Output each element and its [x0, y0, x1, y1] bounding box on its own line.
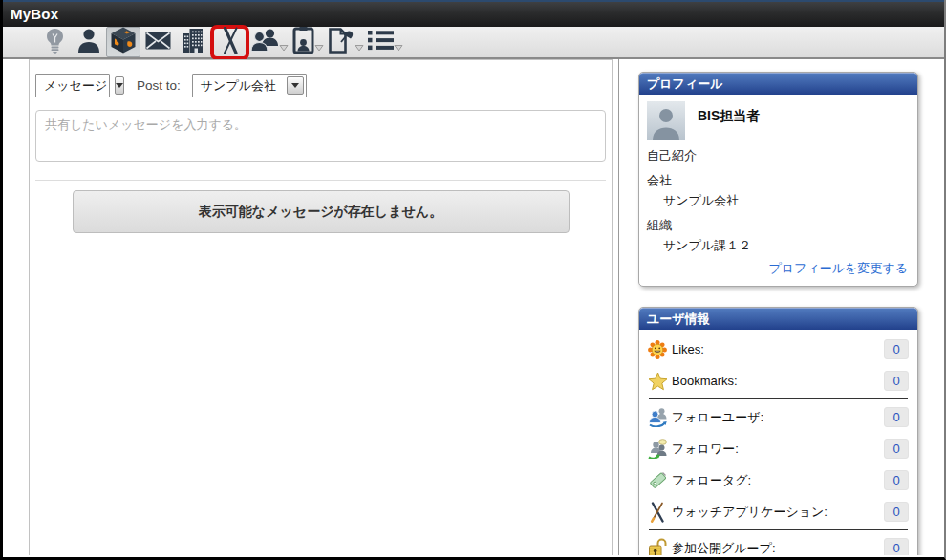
cube-icon [109, 26, 138, 58]
profile-org-label: 組織 [647, 217, 910, 234]
bookmarks-count-badge[interactable]: 0 [884, 371, 909, 391]
chevron-down-icon [314, 44, 324, 52]
edit-profile-link[interactable]: プロフィールを変更する [769, 261, 908, 275]
post-target-select[interactable]: サンプル会社 [192, 74, 307, 97]
composer-controls: メッセージ Post to: サンプル会社 [35, 74, 612, 97]
main-column: メッセージ Post to: サンプル会社 表示可能なメッセージが存在しません。 [3, 59, 618, 555]
follow-users-count-badge[interactable]: 0 [884, 407, 909, 427]
toolbar-button-applications[interactable] [210, 25, 249, 60]
list-icon [368, 30, 394, 54]
tools-icon [218, 27, 243, 58]
document-pin-icon [328, 27, 355, 58]
list-item-label: フォロータグ: [672, 472, 884, 489]
chevron-down-icon [279, 44, 289, 52]
followers-count-badge[interactable]: 0 [884, 439, 909, 459]
list-item-label: 参加公開グループ: [672, 540, 884, 556]
empty-message-text: 表示可能なメッセージが存在しません。 [199, 204, 442, 221]
user-info-panel-body: Likes: 0 Bookmarks: 0 [639, 330, 917, 555]
toolbar-button-contacts[interactable] [292, 27, 328, 58]
followers-icon [648, 439, 672, 459]
likes-count-badge[interactable]: 0 [884, 339, 909, 359]
list-item-label: Bookmarks: [672, 374, 884, 388]
user-info-panel-header: ユーザ情報 [639, 308, 917, 330]
chevron-down-icon [291, 83, 299, 88]
toolbar-button-messages[interactable] [140, 27, 175, 57]
clipboard-person-icon [292, 27, 314, 58]
combo-dropdown-button[interactable] [115, 76, 124, 95]
person-icon [77, 28, 100, 56]
public-groups-count-badge[interactable]: 0 [884, 538, 909, 555]
message-type-value: メッセージ [36, 77, 115, 95]
list-item-follow-users: フォローユーザ: 0 [648, 401, 909, 433]
toolbar-button-ideas[interactable] [37, 27, 72, 57]
divider [649, 529, 908, 530]
chevron-down-icon [116, 83, 123, 88]
follow-tags-count-badge[interactable]: 0 [884, 470, 909, 490]
list-item-label: フォロワー: [672, 441, 884, 458]
envelope-icon [145, 32, 171, 54]
watch-apps-icon [648, 502, 672, 523]
profile-panel-header: プロフィール [639, 73, 917, 95]
list-item-label: フォローユーザ: [672, 409, 884, 426]
avatar [647, 101, 685, 140]
lightbulb-icon [45, 28, 65, 57]
list-item-public-groups: 参加公開グループ: 0 [648, 532, 909, 555]
follow-users-icon [648, 407, 672, 427]
list-item-label: Likes: [672, 342, 884, 356]
list-item-watch-applications: ウォッチアプリケーション: 0 [648, 496, 909, 528]
bookmarks-icon [648, 372, 672, 391]
list-item-followers: フォロワー: 0 [648, 433, 909, 464]
follow-tags-icon [648, 470, 672, 490]
people-icon [250, 28, 279, 56]
list-item-likes: Likes: 0 [648, 334, 909, 365]
profile-panel-body: BIS担当者 自己紹介 会社 サンプル会社 組織 サンプル課１２ プロフィールを… [639, 95, 917, 286]
profile-company-label: 会社 [647, 172, 910, 189]
list-item-bookmarks: Bookmarks: 0 [648, 365, 909, 397]
person-silhouette-icon [647, 101, 685, 140]
list-item-follow-tags: フォロータグ: 0 [648, 464, 909, 496]
app-window: MyBox [0, 0, 946, 560]
post-target-value: サンプル会社 [193, 77, 284, 95]
profile-org-value: サンプル課１２ [663, 237, 910, 254]
titlebar: MyBox [3, 0, 944, 27]
chevron-down-icon [355, 44, 364, 52]
open-lock-icon [648, 538, 672, 556]
combo-dropdown-button[interactable] [287, 76, 304, 95]
list-item-label: ウォッチアプリケーション: [672, 504, 884, 521]
profile-company-value: サンプル会社 [663, 192, 910, 209]
profile-panel: プロフィール BIS担当者 自己紹介 会社 サンプル会社 [638, 72, 918, 287]
toolbar-button-lists[interactable] [368, 30, 407, 54]
content-area: メッセージ Post to: サンプル会社 表示可能なメッセージが存在しません。 [3, 59, 944, 555]
profile-name: BIS担当者 [698, 108, 760, 140]
composer-divider [35, 180, 606, 181]
message-input[interactable] [35, 110, 606, 162]
building-icon [182, 28, 204, 56]
toolbar-button-users[interactable] [250, 28, 292, 56]
message-board-panel: メッセージ Post to: サンプル会社 表示可能なメッセージが存在しません。 [29, 59, 613, 555]
toolbar [3, 27, 944, 59]
toolbar-button-profile[interactable] [72, 27, 106, 57]
post-to-label: Post to: [137, 78, 181, 93]
divider [649, 398, 908, 399]
user-info-panel: ユーザ情報 [638, 307, 918, 555]
toolbar-button-mybox[interactable] [106, 27, 140, 57]
message-type-select[interactable]: メッセージ [35, 74, 110, 97]
empty-message-notice: 表示可能なメッセージが存在しません。 [73, 190, 570, 233]
toolbar-button-notes[interactable] [328, 27, 368, 58]
app-title: MyBox [11, 6, 58, 22]
likes-icon [648, 340, 672, 359]
toolbar-button-company[interactable] [175, 27, 209, 57]
sidebar: プロフィール BIS担当者 自己紹介 会社 サンプル会社 [618, 59, 944, 555]
profile-intro-label: 自己紹介 [647, 147, 910, 164]
watch-apps-count-badge[interactable]: 0 [884, 502, 909, 522]
chevron-down-icon [394, 44, 403, 52]
